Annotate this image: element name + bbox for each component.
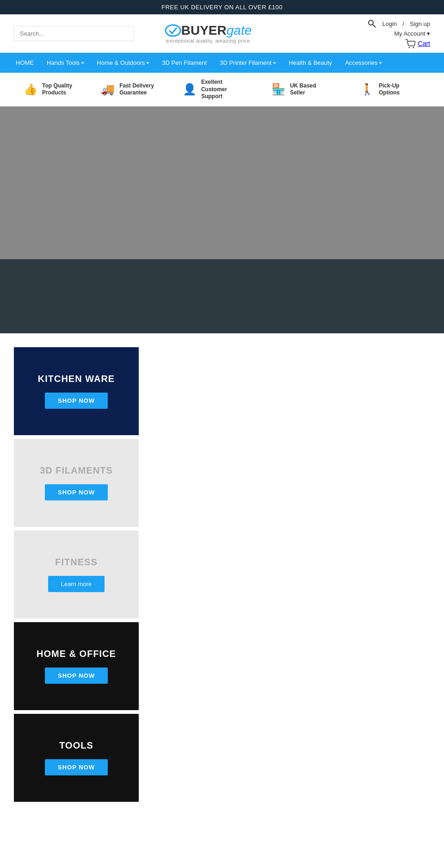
- category-filaments: 3D FILAMENTS SHOP NOW: [14, 439, 139, 527]
- category-fitness: FITNESS Learn more: [14, 531, 139, 618]
- support-icon: 👤: [183, 83, 197, 96]
- cart-row: Cart: [405, 39, 430, 48]
- search-input[interactable]: [14, 26, 134, 41]
- pickup-text: Pick-Up Options: [379, 82, 420, 97]
- home-office-shop-btn[interactable]: SHOP NOW: [45, 668, 108, 684]
- fitness-learn-btn[interactable]: Learn more: [48, 576, 105, 592]
- nav-health-beauty[interactable]: Health & Beauty: [282, 53, 339, 73]
- delivery-text: Fast DeliveryGuarantee: [119, 82, 154, 97]
- logo-icon: [165, 24, 181, 37]
- nav-home-outdoors[interactable]: Home & Outdoors ▾: [90, 53, 155, 73]
- svg-point-1: [369, 20, 373, 25]
- home-office-title: HOME & OFFICE: [37, 649, 116, 659]
- pickup-icon: 🚶: [360, 83, 374, 96]
- logo-area: BUYERgate exceptional quality, amazing p…: [134, 23, 282, 44]
- feature-delivery: 🚚 Fast DeliveryGuarantee: [101, 82, 154, 97]
- nav-home[interactable]: HOME: [9, 53, 40, 73]
- feature-pickup: 🚶 Pick-Up Options: [360, 82, 420, 97]
- category-kitchen: KITCHEN WARE SHOP NOW: [14, 347, 139, 435]
- accessories-arrow: ▾: [379, 60, 382, 65]
- filaments-title: 3D FILAMENTS: [40, 465, 113, 476]
- nav-3d-printer-filament[interactable]: 3D Printer Filament ▾: [213, 53, 282, 73]
- logo-subtitle: exceptional quality, amazing price: [165, 38, 252, 44]
- kitchen-shop-btn[interactable]: SHOP NOW: [45, 393, 108, 409]
- cart-icon[interactable]: [405, 39, 415, 48]
- logo-gate: gate: [227, 23, 252, 38]
- login-link[interactable]: Login: [382, 20, 397, 27]
- tools-title: TOOLS: [59, 740, 93, 751]
- svg-line-2: [373, 25, 376, 27]
- top-banner: FREE UK DELIVERY ON ALL OVER £100: [0, 0, 444, 14]
- uk-seller-icon: 🏪: [271, 83, 285, 96]
- quality-text: Top QualityProducts: [42, 82, 72, 97]
- feature-support: 👤 Exellent CustomerSupport: [183, 79, 243, 100]
- svg-point-0: [166, 25, 180, 36]
- hero-banner: [0, 106, 444, 259]
- quality-icon: 👍: [24, 83, 37, 96]
- kitchen-title: KITCHEN WARE: [38, 374, 115, 384]
- my-account-row: My Account ▾: [394, 30, 430, 37]
- nav-bar: HOME Hands Tools ▾ Home & Outdoors ▾ 3D …: [0, 53, 444, 73]
- svg-point-3: [408, 47, 410, 49]
- hands-tools-arrow: ▾: [81, 60, 84, 65]
- feature-quality: 👍 Top QualityProducts: [24, 82, 72, 97]
- search-area: [14, 26, 134, 41]
- category-home-office: HOME & OFFICE SHOP NOW: [14, 622, 139, 710]
- category-section: KITCHEN WARE SHOP NOW 3D FILAMENTS SHOP …: [0, 333, 444, 819]
- nav-3d-pen-filament[interactable]: 3D Pen Filament: [155, 53, 213, 73]
- tools-shop-btn[interactable]: SHOP NOW: [45, 759, 108, 775]
- delivery-icon: 🚚: [101, 83, 115, 96]
- nav-accessories[interactable]: Accessories ▾: [339, 53, 388, 73]
- search-icon[interactable]: [367, 19, 376, 28]
- filaments-shop-btn[interactable]: SHOP NOW: [45, 484, 108, 500]
- features-bar: 👍 Top QualityProducts 🚚 Fast DeliveryGua…: [0, 73, 444, 106]
- svg-point-4: [413, 47, 414, 49]
- cart-link[interactable]: Cart: [418, 40, 430, 47]
- 3d-printer-arrow: ▾: [273, 60, 276, 65]
- fitness-title: FITNESS: [55, 557, 97, 568]
- logo[interactable]: BUYERgate exceptional quality, amazing p…: [165, 23, 252, 44]
- home-outdoors-arrow: ▾: [147, 60, 149, 65]
- category-tools: TOOLS SHOP NOW: [14, 714, 139, 802]
- logo-buyer: BUYER: [181, 23, 227, 38]
- header-actions: Login / Sign up My Account ▾ Cart: [282, 19, 430, 48]
- support-text: Exellent CustomerSupport: [201, 79, 243, 100]
- uk-seller-text: UK Based Seller: [290, 82, 332, 97]
- my-account-link[interactable]: My Account ▾: [394, 30, 430, 37]
- feature-uk-seller: 🏪 UK Based Seller: [271, 82, 332, 97]
- signup-link[interactable]: Sign up: [410, 20, 430, 27]
- header: BUYERgate exceptional quality, amazing p…: [0, 14, 444, 53]
- nav-hands-tools[interactable]: Hands Tools ▾: [40, 53, 90, 73]
- dark-section: [0, 259, 444, 333]
- account-row: Login / Sign up: [367, 19, 430, 28]
